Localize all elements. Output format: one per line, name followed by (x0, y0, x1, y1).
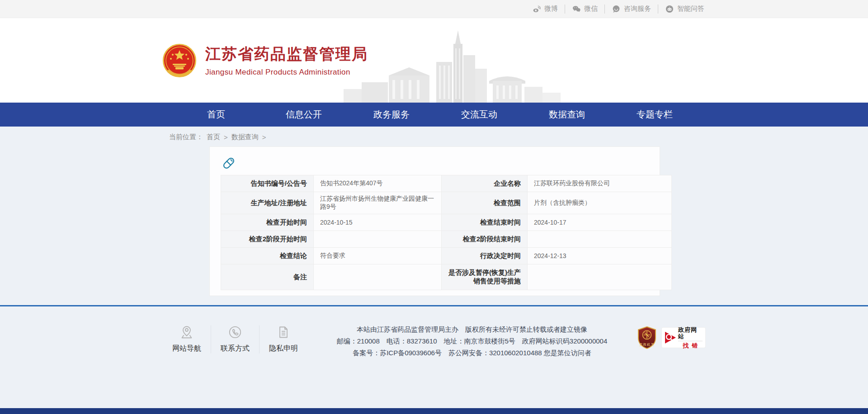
city-skyline-graphic (344, 30, 561, 103)
consult-service-label: 咨询服务 (624, 5, 651, 13)
site-title-block: 江苏省药品监督管理局 Jiangsu Medical Products Admi… (205, 44, 368, 77)
field-value-start-date: 2024-10-15 (314, 214, 442, 231)
footer-link-contact[interactable]: 联系方式 (211, 325, 259, 353)
field-value-remarks (314, 264, 442, 290)
shield-badge-label: 党政机关 (639, 343, 655, 347)
main-content-area: 当前位置： 首页 > 数据查询 > 告知书编号/公告号 告知书2024年第407… (0, 127, 868, 305)
table-row: 告知书编号/公告号 告知书2024年第407号 企业名称 江苏联环药业股份有限公… (221, 175, 672, 192)
field-label-suspension-measures: 是否涉及暂停(恢复)生产销售使用等措施 (442, 264, 528, 290)
footer: 网站导航 联系方式 隐私申明 本站由江 (0, 305, 868, 414)
field-label-decision-date: 行政决定时间 (442, 248, 528, 264)
breadcrumb: 当前位置： 首页 > 数据查询 > (163, 127, 705, 146)
footer-line-contact: 邮编：210008 电话：83273610 地址：南京市鼓楼街5号 政府网站标识… (311, 335, 633, 347)
weibo-icon (532, 5, 541, 14)
site-subtitle: Jiangsu Medical Products Administration (205, 68, 368, 77)
field-label-conclusion: 检查结论 (221, 248, 314, 264)
footer-link-group: 网站导航 联系方式 隐私申明 (163, 325, 307, 353)
footer-badges: 党政机关 政府网站 找错 (637, 325, 705, 349)
breadcrumb-separator: > (224, 133, 228, 141)
main-navigation: 首页 信息公开 政务服务 交流互动 数据查询 专题专栏 (0, 103, 868, 127)
nav-item-special-topics[interactable]: 专题专栏 (618, 103, 692, 127)
nav-item-home[interactable]: 首页 (179, 103, 253, 127)
field-label-address: 生产地址/注册地址 (221, 192, 314, 214)
document-icon (277, 325, 290, 339)
field-label-end-date: 检查结束时间 (442, 214, 528, 231)
wechat-label: 微信 (584, 5, 598, 13)
field-label-company-name: 企业名称 (442, 175, 528, 192)
site-logo[interactable]: 江苏省药品监督管理局 Jiangsu Medical Products Admi… (163, 44, 368, 77)
national-emblem-icon (163, 44, 196, 77)
footer-link-privacy[interactable]: 隐私申明 (259, 325, 307, 353)
robot-icon (665, 5, 674, 14)
error-report-badge-line1: 政府网站 (678, 326, 703, 340)
map-pin-icon (180, 325, 193, 339)
error-report-badge-line2: 找错 (678, 341, 703, 349)
weibo-link[interactable]: 微博 (525, 5, 565, 14)
footer-info-text: 本站由江苏省药品监督管理局主办 版权所有未经许可禁止转载或者建立镜像 邮编：21… (307, 324, 637, 359)
field-value-phase2-start (314, 231, 442, 248)
field-value-address: 江苏省扬州市扬州生物健康产业园健康一路9号 (314, 192, 442, 214)
phone-icon (228, 325, 242, 339)
field-label-start-date: 检查开始时间 (221, 214, 314, 231)
magnifier-flag-icon (663, 330, 678, 345)
field-value-end-date: 2024-10-17 (528, 214, 672, 231)
consult-service-link[interactable]: 咨询服务 (604, 5, 658, 14)
table-row: 备注 是否涉及暂停(恢复)生产销售使用等措施 (221, 264, 672, 290)
footer-link-privacy-label: 隐私申明 (269, 344, 298, 353)
table-row: 检查开始时间 2024-10-15 检查结束时间 2024-10-17 (221, 214, 672, 231)
field-label-phase2-end: 检查2阶段结束时间 (442, 231, 528, 248)
field-label-remarks: 备注 (221, 264, 314, 290)
error-report-badge-text: 政府网站 找错 (678, 326, 703, 349)
table-row: 检查2阶段开始时间 检查2阶段结束时间 (221, 231, 672, 248)
gov-site-error-report-badge[interactable]: 政府网站 找错 (662, 328, 705, 348)
wechat-icon (572, 5, 581, 14)
field-value-conclusion: 符合要求 (314, 248, 442, 264)
field-value-decision-date: 2024-12-13 (528, 248, 672, 264)
footer-link-sitemap[interactable]: 网站导航 (163, 325, 211, 353)
table-row: 生产地址/注册地址 江苏省扬州市扬州生物健康产业园健康一路9号 检查范围 片剂（… (221, 192, 672, 214)
site-header: 江苏省药品监督管理局 Jiangsu Medical Products Admi… (0, 18, 868, 103)
nav-item-gov-services[interactable]: 政务服务 (354, 103, 429, 127)
pill-capsule-icon (222, 156, 236, 170)
inspection-detail-table: 告知书编号/公告号 告知书2024年第407号 企业名称 江苏联环药业股份有限公… (221, 175, 672, 290)
party-gov-shield-badge[interactable]: 党政机关 (637, 326, 657, 349)
field-label-phase2-start: 检查2阶段开始时间 (221, 231, 314, 248)
field-value-inspection-scope: 片剂（含抗肿瘤类） (528, 192, 672, 214)
breadcrumb-link-home[interactable]: 首页 (207, 133, 220, 141)
table-row: 检查结论 符合要求 行政决定时间 2024-12-13 (221, 248, 672, 264)
breadcrumb-prefix: 当前位置： (169, 133, 203, 141)
chat-bubble-icon (612, 5, 621, 14)
weibo-label: 微博 (544, 5, 558, 13)
field-value-company-name: 江苏联环药业股份有限公司 (528, 175, 672, 192)
smart-qa-link[interactable]: 智能问答 (658, 5, 705, 14)
inspection-detail-card: 告知书编号/公告号 告知书2024年第407号 企业名称 江苏联环药业股份有限公… (209, 146, 660, 296)
footer-link-sitemap-label: 网站导航 (172, 344, 201, 353)
field-label-inspection-scope: 检查范围 (442, 192, 528, 214)
top-utility-bar: 微博 微信 咨询服务 (0, 0, 868, 18)
field-value-phase2-end (528, 231, 672, 248)
footer-line-host: 本站由江苏省药品监督管理局主办 版权所有未经许可禁止转载或者建立镜像 (311, 324, 633, 335)
nav-item-info-disclosure[interactable]: 信息公开 (267, 103, 341, 127)
field-value-notice-number: 告知书2024年第407号 (314, 175, 442, 192)
breadcrumb-separator: > (262, 133, 266, 141)
breadcrumb-link-data-query[interactable]: 数据查询 (231, 133, 259, 141)
smart-qa-label: 智能问答 (677, 5, 704, 13)
footer-line-icp: 备案号：苏ICP备09039606号 苏公网安备：32010602010488 … (311, 347, 633, 359)
site-title: 江苏省药品监督管理局 (205, 44, 368, 65)
wechat-link[interactable]: 微信 (565, 5, 604, 14)
nav-item-data-query[interactable]: 数据查询 (530, 103, 604, 127)
bottom-accent-strip (0, 408, 868, 414)
footer-link-contact-label: 联系方式 (221, 344, 250, 353)
field-value-suspension-measures (528, 264, 672, 290)
field-label-notice-number: 告知书编号/公告号 (221, 175, 314, 192)
nav-item-interaction[interactable]: 交流互动 (442, 103, 516, 127)
